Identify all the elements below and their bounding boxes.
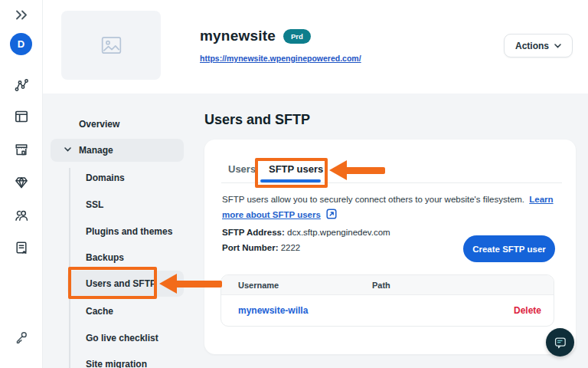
environment-badge: Prd — [283, 29, 311, 44]
sidebar-item-go-live-checklist[interactable]: Go live checklist — [86, 333, 158, 343]
port-number-row: Port Number: 2222 — [222, 243, 300, 252]
billing-doc-icon[interactable] — [13, 239, 30, 256]
port-number-value: 2222 — [281, 243, 301, 252]
external-link-icon — [326, 209, 337, 219]
site-url-link[interactable]: https://mynewsite.wpenginepowered.com/ — [200, 54, 361, 63]
sftp-users-table: Username Path mynewsite-willa Delete — [220, 274, 554, 327]
port-number-label: Port Number: — [222, 243, 278, 252]
sidebar-item-cache[interactable]: Cache — [86, 306, 113, 317]
sites-layout-icon[interactable] — [13, 108, 30, 125]
expand-sidebar-icon[interactable] — [13, 6, 30, 23]
sidebar-item-ssl[interactable]: SSL — [86, 199, 103, 210]
tab-sftp-users[interactable]: SFTP users — [269, 163, 323, 175]
sidebar-item-site-migration[interactable]: Site migration — [86, 359, 147, 368]
sftp-description-text: SFTP users allow you to securely connect… — [222, 195, 524, 204]
chevron-down-icon — [554, 44, 561, 48]
sidebar-item-overview[interactable]: Overview — [79, 119, 119, 130]
actions-button-label: Actions — [515, 41, 549, 51]
analytics-icon[interactable] — [13, 77, 30, 94]
sftp-address-row: SFTP Address: dcx.sftp.wpenginedev.com — [222, 228, 390, 237]
tabs-divider — [221, 182, 562, 183]
users-icon[interactable] — [13, 207, 30, 224]
sidebar-item-manage-label: Manage — [79, 145, 113, 156]
site-thumbnail-placeholder — [61, 11, 161, 80]
column-header-username: Username — [221, 281, 372, 290]
store-icon[interactable] — [13, 141, 30, 158]
chat-bubble-icon — [552, 335, 568, 350]
chevron-down-icon — [64, 147, 71, 152]
primary-icon-rail: D — [0, 0, 43, 368]
account-avatar[interactable]: D — [10, 33, 32, 55]
sidebar-item-users-sftp-label: Users and SFTP — [86, 278, 156, 289]
sftp-address-label: SFTP Address: — [222, 228, 285, 237]
chat-support-button[interactable] — [546, 328, 574, 356]
sftp-username-link[interactable]: mynewsite-willa — [221, 305, 308, 316]
page-title: Users and SFTP — [204, 112, 310, 128]
delete-link[interactable]: Delete — [514, 305, 541, 316]
table-header-row: Username Path — [221, 275, 554, 295]
actions-button[interactable]: Actions — [504, 34, 573, 58]
create-sftp-user-button[interactable]: Create SFTP user — [463, 235, 555, 262]
tab-users[interactable]: Users — [228, 163, 256, 175]
nav-indent-line — [69, 168, 70, 368]
table-row: mynewsite-willa Delete — [221, 295, 554, 326]
site-name: mynewsite — [200, 28, 276, 44]
sftp-description: SFTP users allow you to securely connect… — [222, 192, 564, 222]
column-header-path: Path — [372, 281, 390, 290]
api-key-icon[interactable] — [13, 329, 30, 346]
image-placeholder-icon — [101, 36, 122, 54]
sidebar-item-plugins-themes[interactable]: Plugins and themes — [86, 226, 172, 237]
site-header: mynewsite Prd https://mynewsite.wpengine… — [43, 0, 588, 94]
sidebar-item-backups[interactable]: Backups — [86, 252, 124, 263]
sftp-address-value: dcx.sftp.wpenginedev.com — [287, 228, 390, 237]
diamond-icon[interactable] — [13, 174, 30, 191]
sidebar-item-domains[interactable]: Domains — [86, 172, 125, 183]
